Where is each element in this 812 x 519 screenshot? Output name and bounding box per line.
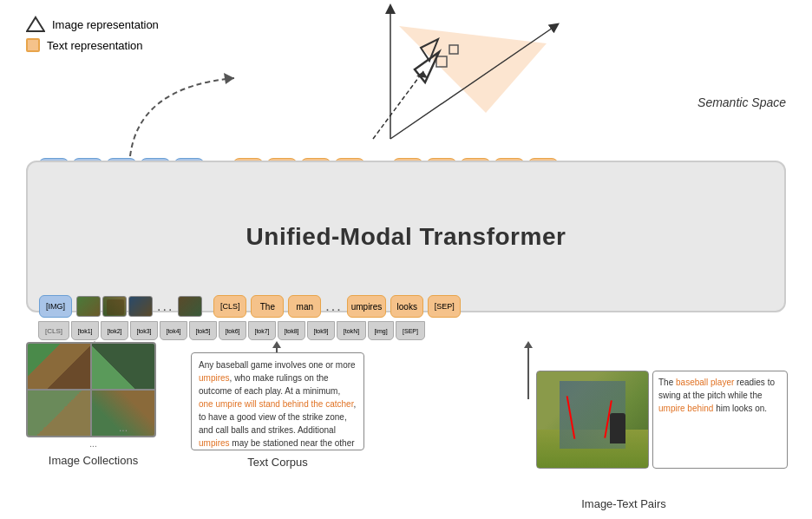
baseball-img-2 bbox=[92, 344, 154, 389]
svg-marker-0 bbox=[27, 17, 44, 31]
btok-N: [tokN] bbox=[337, 321, 366, 340]
inner-img-4 bbox=[178, 296, 202, 317]
btok-img: [img] bbox=[368, 321, 394, 340]
image-collections-section: ... ... Image Collections bbox=[26, 342, 160, 467]
images-grid: ... bbox=[26, 342, 156, 437]
inner-img-1 bbox=[76, 296, 101, 317]
btok-5: [tok5] bbox=[189, 321, 217, 340]
bottom-token-row: [CLS] [tok1] [tok2] [tok3] [tok4] [tok5]… bbox=[28, 321, 784, 340]
semantic-space-diagram bbox=[217, 0, 581, 165]
btok-7: [tok7] bbox=[248, 321, 276, 340]
main-container: Image representation Text representation bbox=[0, 0, 812, 519]
text-legend-label: Text representation bbox=[47, 39, 143, 52]
text-umpires-1: umpires bbox=[199, 373, 230, 383]
text-intro: Any baseball game involves one or more bbox=[199, 360, 356, 370]
sep-token: [SEP] bbox=[428, 295, 461, 318]
semantic-space-label: Semantic Space bbox=[697, 95, 786, 109]
man-token: man bbox=[288, 295, 321, 318]
pair-text-last: him looks on. bbox=[713, 404, 767, 413]
pair-baseball-player: baseball player bbox=[676, 378, 734, 387]
baseball-img-1 bbox=[28, 344, 90, 389]
image-collections-label: Image Collections bbox=[26, 454, 160, 467]
btok-6: [tok6] bbox=[219, 321, 246, 340]
triangle-icon bbox=[26, 16, 45, 33]
btok-cls: [CLS] bbox=[38, 321, 69, 340]
transformer-title: Unified-Modal Transformer bbox=[246, 223, 566, 251]
text-one-umpire: one umpire will stand behind the catcher bbox=[199, 399, 353, 409]
btok-3: [tok3] bbox=[130, 321, 158, 340]
btok-8: [tok8] bbox=[278, 321, 305, 340]
pair-image bbox=[536, 371, 649, 469]
text-corpus-box: Any baseball game involves one or more u… bbox=[191, 352, 364, 450]
image-text-pairs-label: Image-Text Pairs bbox=[460, 497, 788, 510]
inner-dots-1: ... bbox=[157, 299, 174, 314]
pair-text-intro: The bbox=[658, 378, 676, 387]
arrow-pairs bbox=[527, 347, 529, 399]
image-dots: ... bbox=[26, 439, 160, 449]
arrow-pairs-head bbox=[524, 341, 533, 348]
inner-img-3 bbox=[128, 296, 153, 317]
inner-dots-2: ... bbox=[325, 299, 342, 314]
cls-token: [CLS] bbox=[213, 295, 246, 318]
btok-sep: [SEP] bbox=[396, 321, 425, 340]
inner-img-2 bbox=[102, 296, 127, 317]
pair-umpire: umpire bbox=[658, 404, 685, 413]
text-corpus-label: Text Corpus bbox=[191, 456, 364, 469]
looks-token: looks bbox=[390, 295, 423, 318]
pair-text-box: The baseball player readies to swing at … bbox=[652, 371, 788, 469]
transformer-box: Unified-Modal Transformer bbox=[26, 161, 786, 312]
umpires-token: umpires bbox=[347, 295, 387, 318]
pair-behind: behind bbox=[687, 404, 713, 413]
image-legend-label: Image representation bbox=[52, 18, 159, 31]
btok-9: [tok9] bbox=[307, 321, 335, 340]
baseball-img-3 bbox=[28, 391, 90, 436]
svg-line-8 bbox=[373, 71, 423, 139]
text-corpus-section: Any baseball game involves one or more u… bbox=[191, 352, 364, 469]
the-token: The bbox=[251, 295, 284, 318]
svg-marker-1 bbox=[399, 26, 547, 113]
img-token: [IMG] bbox=[39, 295, 72, 318]
text-legend-square bbox=[26, 38, 40, 52]
text-umpires-2: umpires bbox=[199, 438, 230, 448]
btok-2: [tok2] bbox=[101, 321, 128, 340]
image-legend-item: Image representation bbox=[26, 16, 159, 33]
inner-sequence-row: [IMG] ... [CLS] The man ... umpires look… bbox=[26, 295, 786, 318]
btok-1: [tok1] bbox=[71, 321, 99, 340]
btok-4: [tok4] bbox=[160, 321, 187, 340]
image-text-pairs-section: The baseball player readies to swing at … bbox=[536, 371, 788, 469]
arrow-text-head bbox=[272, 341, 281, 348]
legend: Image representation Text representation bbox=[26, 16, 159, 52]
text-legend-item: Text representation bbox=[26, 38, 159, 52]
baseball-img-4: ... bbox=[92, 391, 154, 436]
